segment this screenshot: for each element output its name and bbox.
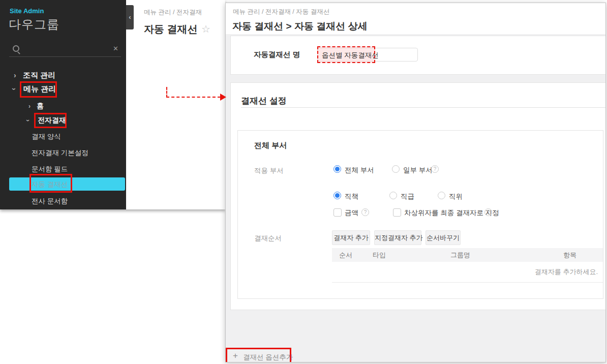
add-approver-button[interactable]: 결재자 추가 bbox=[332, 230, 370, 245]
page-title: 자동 결재선 bbox=[144, 22, 198, 36]
radio-all-departments-label[interactable]: 전체 부서 bbox=[345, 166, 374, 175]
amount-checkbox[interactable] bbox=[333, 208, 342, 217]
search-icon bbox=[13, 45, 19, 52]
help-icon[interactable]: ? bbox=[484, 208, 492, 216]
breadcrumb: 메뉴 관리 / 전자결재 bbox=[144, 8, 202, 17]
sidebar-collapse-button[interactable]: ‹ bbox=[126, 5, 134, 29]
name-field-label: 자동결재선 명 bbox=[254, 50, 300, 59]
detail-panel: 메뉴 관리 / 전자결재 / 자동 결재선 자동 결재선 > 자동 결재선 상세… bbox=[225, 3, 606, 362]
annotation-dashed-box: 옵션별 자동결재선 bbox=[317, 46, 375, 63]
sidebar-item-menu[interactable]: 메뉴 관리 bbox=[23, 84, 56, 94]
search-input[interactable] bbox=[9, 56, 121, 57]
sidebar-item-home[interactable]: 홈 bbox=[37, 102, 44, 111]
help-icon[interactable]: ? bbox=[361, 208, 369, 216]
radio-partial-departments[interactable] bbox=[392, 165, 400, 173]
department-group-box: 전체 부서 적용 부서 전체 부서 일부 부서 ? 직책 직급 직위 금액 ? bbox=[237, 130, 603, 299]
radio-title[interactable] bbox=[438, 192, 445, 199]
add-option-link[interactable]: 결재선 옵션추가 bbox=[243, 353, 293, 362]
annotation-box-add-option: + 결재선 옵션추가 bbox=[226, 348, 291, 362]
radio-position[interactable] bbox=[333, 192, 341, 199]
annotation-box-autoline bbox=[29, 174, 72, 193]
name-card: 자동결재선 명 옵션별 자동결재선 bbox=[230, 36, 606, 75]
detail-body: 자동결재선 명 옵션별 자동결재선 결재선 설정 전체 부서 적용 부서 전체 … bbox=[226, 34, 605, 362]
breadcrumb: 메뉴 관리 / 전자결재 / 자동 결재선 bbox=[233, 8, 329, 16]
col-type: 타입 bbox=[373, 251, 450, 260]
page-title: 자동 결재선 > 자동 결재선 상세 bbox=[232, 20, 368, 33]
sidebar-item-doc-field[interactable]: 문서함 필드 bbox=[32, 165, 68, 174]
apply-dept-label: 적용 부서 bbox=[254, 166, 284, 175]
empty-row-message: 결재자를 추가하세요. bbox=[332, 262, 603, 283]
divider bbox=[241, 107, 606, 108]
table-header-row: 순서 타입 그룹명 항목 bbox=[332, 248, 603, 262]
company-name: 다우그룹 bbox=[9, 16, 59, 33]
radio-partial-departments-label[interactable]: 일부 부서 bbox=[403, 166, 433, 175]
radio-position-label[interactable]: 직책 bbox=[345, 192, 358, 201]
section-title: 결재선 설정 bbox=[241, 95, 287, 107]
help-icon[interactable]: ? bbox=[431, 165, 439, 173]
chevron-down-icon[interactable]: › bbox=[11, 88, 18, 90]
chevron-down-icon[interactable]: › bbox=[25, 119, 31, 122]
sidebar-item-eapproval[interactable]: 전자결재 bbox=[38, 116, 66, 125]
radio-grade[interactable] bbox=[389, 192, 397, 199]
col-order: 순서 bbox=[332, 251, 373, 260]
favorite-star-icon[interactable]: ☆ bbox=[201, 23, 210, 35]
col-item: 항목 bbox=[537, 251, 603, 260]
chevron-right-icon[interactable]: › bbox=[14, 72, 16, 79]
amount-checkbox-label[interactable]: 금액 bbox=[345, 208, 358, 218]
add-assigned-approver-button[interactable]: 지정결재자 추가 bbox=[374, 230, 421, 245]
sidebar-item-org[interactable]: 조직 관리 bbox=[23, 71, 55, 80]
group-title: 전체 부서 bbox=[254, 141, 287, 150]
annotation-arrow bbox=[166, 97, 221, 98]
sidebar-item-company-doc[interactable]: 전사 문서함 bbox=[32, 197, 68, 206]
approver-table: 순서 타입 그룹명 항목 결재자를 추가하세요. bbox=[332, 248, 603, 283]
plus-icon: + bbox=[233, 351, 238, 361]
radio-title-label[interactable]: 직위 bbox=[449, 192, 463, 201]
annotation-arrow bbox=[166, 87, 167, 98]
sidebar: Site Admin 다우그룹 ✕ › 조직 관리 › 메뉴 관리 › 홈 › … bbox=[0, 0, 126, 209]
list-panel: 메뉴 관리 / 전자결재 자동 결재선 ☆ 자동결재선 설정 추가 삭제 순서 … bbox=[126, 0, 225, 209]
screen: Site Admin 다우그룹 ✕ › 조직 관리 › 메뉴 관리 › 홈 › … bbox=[0, 0, 607, 364]
site-admin-label: Site Admin bbox=[10, 7, 44, 15]
annotation-arrow-head bbox=[220, 94, 226, 101]
reorder-button[interactable]: 순서바꾸기 bbox=[426, 230, 461, 245]
superior-checkbox[interactable] bbox=[393, 208, 401, 217]
admin-window: Site Admin 다우그룹 ✕ › 조직 관리 › 메뉴 관리 › 홈 › … bbox=[0, 0, 225, 209]
radio-grade-label[interactable]: 직급 bbox=[401, 192, 414, 201]
order-label: 결재순서 bbox=[254, 234, 282, 243]
chevron-right-icon[interactable]: › bbox=[28, 103, 31, 109]
line-settings-card: 결재선 설정 전체 부서 적용 부서 전체 부서 일부 부서 ? 직책 직급 직… bbox=[230, 82, 606, 310]
sidebar-item-approval-form[interactable]: 결재 양식 bbox=[32, 132, 61, 141]
radio-all-departments[interactable] bbox=[333, 165, 341, 173]
search-clear-icon[interactable]: ✕ bbox=[113, 45, 118, 52]
sidebar-item-basic-settings[interactable]: 전자결재 기본설정 bbox=[32, 148, 88, 158]
col-group: 그룹명 bbox=[450, 251, 537, 260]
